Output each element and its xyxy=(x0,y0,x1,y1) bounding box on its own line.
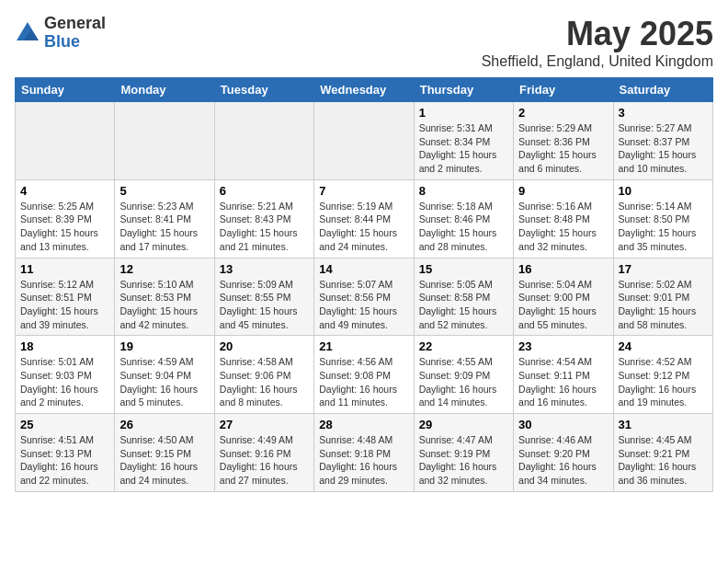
day-number: 15 xyxy=(419,262,508,276)
day-detail: Sunrise: 5:14 AMSunset: 8:50 PMDaylight:… xyxy=(619,200,708,254)
calendar-cell: 7Sunrise: 5:19 AMSunset: 8:44 PMDaylight… xyxy=(314,179,414,258)
calendar-cell: 6Sunrise: 5:21 AMSunset: 8:43 PMDaylight… xyxy=(214,179,313,258)
header-monday: Monday xyxy=(115,78,214,102)
day-number: 3 xyxy=(619,106,708,120)
logo: General Blue xyxy=(15,15,106,52)
day-detail: Sunrise: 4:49 AMSunset: 9:16 PMDaylight:… xyxy=(220,433,309,488)
calendar-cell: 27Sunrise: 4:49 AMSunset: 9:16 PMDayligh… xyxy=(214,414,313,492)
day-number: 9 xyxy=(518,184,608,198)
day-detail: Sunrise: 4:56 AMSunset: 9:08 PMDaylight:… xyxy=(319,355,408,409)
calendar-cell: 30Sunrise: 4:46 AMSunset: 9:20 PMDayligh… xyxy=(514,414,613,492)
header-saturday: Saturday xyxy=(613,78,712,102)
calendar-week-row: 25Sunrise: 4:51 AMSunset: 9:13 PMDayligh… xyxy=(16,414,713,492)
calendar-cell: 18Sunrise: 5:01 AMSunset: 9:03 PMDayligh… xyxy=(16,336,115,414)
calendar-cell: 11Sunrise: 5:12 AMSunset: 8:51 PMDayligh… xyxy=(16,258,115,336)
day-number: 12 xyxy=(119,262,209,276)
day-detail: Sunrise: 4:58 AMSunset: 9:06 PMDaylight:… xyxy=(220,355,309,409)
header-tuesday: Tuesday xyxy=(214,78,313,102)
calendar-cell xyxy=(115,102,214,180)
logo-blue-text: Blue xyxy=(44,33,106,52)
day-number: 24 xyxy=(619,339,708,353)
day-number: 31 xyxy=(619,418,708,431)
calendar-cell xyxy=(314,102,414,180)
calendar-cell: 20Sunrise: 4:58 AMSunset: 9:06 PMDayligh… xyxy=(214,336,313,414)
day-detail: Sunrise: 5:04 AMSunset: 9:00 PMDaylight:… xyxy=(518,278,608,332)
logo-icon xyxy=(15,20,40,46)
main-title: May 2025 xyxy=(482,15,713,53)
calendar-cell: 22Sunrise: 4:55 AMSunset: 9:09 PMDayligh… xyxy=(414,336,513,414)
day-number: 4 xyxy=(20,184,109,198)
day-detail: Sunrise: 4:54 AMSunset: 9:11 PMDaylight:… xyxy=(518,355,608,409)
day-detail: Sunrise: 5:10 AMSunset: 8:53 PMDaylight:… xyxy=(119,278,209,332)
day-number: 2 xyxy=(518,106,608,120)
calendar-cell: 17Sunrise: 5:02 AMSunset: 9:01 PMDayligh… xyxy=(613,258,712,336)
header-friday: Friday xyxy=(514,78,613,102)
day-number: 28 xyxy=(319,418,408,431)
day-detail: Sunrise: 5:16 AMSunset: 8:48 PMDaylight:… xyxy=(518,200,608,254)
day-number: 6 xyxy=(220,184,309,198)
title-section: May 2025 Sheffield, England, United King… xyxy=(482,15,713,70)
day-number: 17 xyxy=(619,262,708,276)
day-number: 30 xyxy=(518,418,608,431)
calendar-cell: 15Sunrise: 5:05 AMSunset: 8:58 PMDayligh… xyxy=(414,258,513,336)
day-detail: Sunrise: 5:31 AMSunset: 8:34 PMDaylight:… xyxy=(419,121,508,176)
header-sunday: Sunday xyxy=(16,78,115,102)
day-number: 27 xyxy=(220,418,309,431)
calendar-cell: 16Sunrise: 5:04 AMSunset: 9:00 PMDayligh… xyxy=(514,258,613,336)
day-detail: Sunrise: 4:47 AMSunset: 9:19 PMDaylight:… xyxy=(419,433,508,488)
calendar-cell: 1Sunrise: 5:31 AMSunset: 8:34 PMDaylight… xyxy=(414,102,513,180)
day-detail: Sunrise: 5:21 AMSunset: 8:43 PMDaylight:… xyxy=(220,200,309,254)
calendar-cell: 19Sunrise: 4:59 AMSunset: 9:04 PMDayligh… xyxy=(115,336,214,414)
calendar-week-row: 11Sunrise: 5:12 AMSunset: 8:51 PMDayligh… xyxy=(16,258,713,336)
calendar-cell: 26Sunrise: 4:50 AMSunset: 9:15 PMDayligh… xyxy=(115,414,214,492)
calendar-cell: 24Sunrise: 4:52 AMSunset: 9:12 PMDayligh… xyxy=(613,336,712,414)
day-number: 16 xyxy=(518,262,608,276)
calendar-cell: 2Sunrise: 5:29 AMSunset: 8:36 PMDaylight… xyxy=(514,102,613,180)
day-number: 7 xyxy=(319,184,408,198)
calendar-cell: 21Sunrise: 4:56 AMSunset: 9:08 PMDayligh… xyxy=(314,336,414,414)
day-number: 14 xyxy=(319,262,408,276)
day-detail: Sunrise: 4:45 AMSunset: 9:21 PMDaylight:… xyxy=(619,433,708,488)
day-number: 21 xyxy=(319,339,408,353)
day-detail: Sunrise: 5:02 AMSunset: 9:01 PMDaylight:… xyxy=(619,278,708,332)
header-thursday: Thursday xyxy=(414,78,513,102)
calendar-cell: 23Sunrise: 4:54 AMSunset: 9:11 PMDayligh… xyxy=(514,336,613,414)
day-detail: Sunrise: 5:07 AMSunset: 8:56 PMDaylight:… xyxy=(319,278,408,332)
day-detail: Sunrise: 5:18 AMSunset: 8:46 PMDaylight:… xyxy=(419,200,508,254)
calendar-cell: 4Sunrise: 5:25 AMSunset: 8:39 PMDaylight… xyxy=(16,179,115,258)
calendar-cell: 31Sunrise: 4:45 AMSunset: 9:21 PMDayligh… xyxy=(613,414,712,492)
calendar-cell: 8Sunrise: 5:18 AMSunset: 8:46 PMDaylight… xyxy=(414,179,513,258)
calendar-cell: 14Sunrise: 5:07 AMSunset: 8:56 PMDayligh… xyxy=(314,258,414,336)
day-detail: Sunrise: 4:59 AMSunset: 9:04 PMDaylight:… xyxy=(119,355,209,409)
day-detail: Sunrise: 4:52 AMSunset: 9:12 PMDaylight:… xyxy=(619,355,708,409)
calendar-cell xyxy=(214,102,313,180)
day-number: 20 xyxy=(220,339,309,353)
day-detail: Sunrise: 5:27 AMSunset: 8:37 PMDaylight:… xyxy=(619,121,708,176)
day-detail: Sunrise: 4:46 AMSunset: 9:20 PMDaylight:… xyxy=(518,433,608,488)
calendar-cell: 3Sunrise: 5:27 AMSunset: 8:37 PMDaylight… xyxy=(613,102,712,180)
calendar-table: SundayMondayTuesdayWednesdayThursdayFrid… xyxy=(15,77,713,492)
day-detail: Sunrise: 5:05 AMSunset: 8:58 PMDaylight:… xyxy=(419,278,508,332)
calendar-cell: 25Sunrise: 4:51 AMSunset: 9:13 PMDayligh… xyxy=(16,414,115,492)
calendar-header-row: SundayMondayTuesdayWednesdayThursdayFrid… xyxy=(16,78,713,102)
day-number: 26 xyxy=(119,418,209,431)
subtitle: Sheffield, England, United Kingdom xyxy=(482,53,713,70)
calendar-week-row: 1Sunrise: 5:31 AMSunset: 8:34 PMDaylight… xyxy=(16,102,713,180)
day-number: 19 xyxy=(119,339,209,353)
calendar-cell xyxy=(16,102,115,180)
calendar-cell: 10Sunrise: 5:14 AMSunset: 8:50 PMDayligh… xyxy=(613,179,712,258)
day-detail: Sunrise: 4:55 AMSunset: 9:09 PMDaylight:… xyxy=(419,355,508,409)
day-number: 22 xyxy=(419,339,508,353)
day-number: 8 xyxy=(419,184,508,198)
day-detail: Sunrise: 5:25 AMSunset: 8:39 PMDaylight:… xyxy=(20,200,109,254)
day-number: 5 xyxy=(119,184,209,198)
day-number: 23 xyxy=(518,339,608,353)
day-detail: Sunrise: 5:23 AMSunset: 8:41 PMDaylight:… xyxy=(119,200,209,254)
day-detail: Sunrise: 4:50 AMSunset: 9:15 PMDaylight:… xyxy=(119,433,209,488)
day-detail: Sunrise: 5:19 AMSunset: 8:44 PMDaylight:… xyxy=(319,200,408,254)
calendar-cell: 13Sunrise: 5:09 AMSunset: 8:55 PMDayligh… xyxy=(214,258,313,336)
page-header: General Blue May 2025 Sheffield, England… xyxy=(15,15,713,70)
day-detail: Sunrise: 4:48 AMSunset: 9:18 PMDaylight:… xyxy=(319,433,408,488)
day-number: 10 xyxy=(619,184,708,198)
day-number: 13 xyxy=(220,262,309,276)
